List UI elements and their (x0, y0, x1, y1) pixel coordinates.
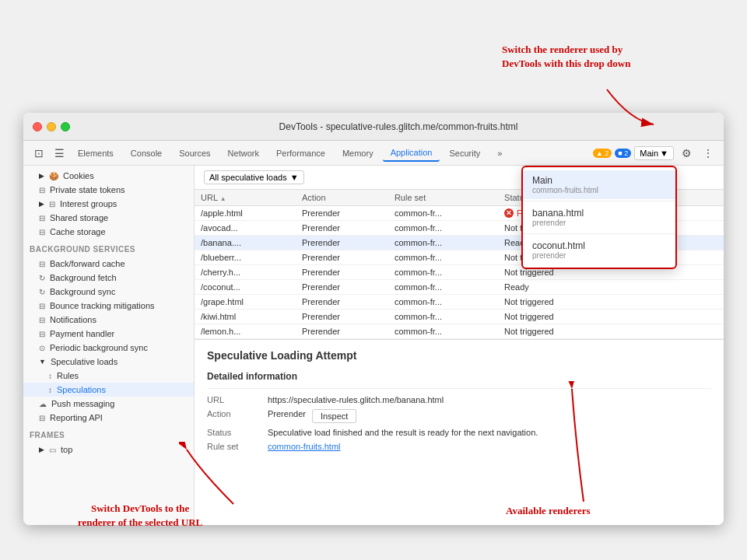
tab-network[interactable]: Network (220, 145, 267, 161)
cell-status: Ready (498, 280, 724, 295)
filter-dropdown[interactable]: All speculative loads ▼ (204, 170, 304, 184)
cell-url: /blueberr... (195, 250, 296, 265)
sidebar-item-payment-handler[interactable]: ⊟ Payment handler (23, 327, 194, 341)
cursor-icon[interactable]: ⊡ (30, 144, 48, 163)
more-options-icon[interactable]: ⋮ (699, 144, 717, 163)
mobile-icon[interactable]: ☰ (50, 144, 68, 163)
col-ruleset[interactable]: Rule set (388, 190, 498, 206)
cell-status: Not triggered (498, 324, 724, 339)
popup-divider1 (523, 201, 675, 201)
reporting-icon: ⊟ (39, 414, 45, 422)
background-fetch-icon: ↻ (39, 274, 45, 282)
sidebar-label-rules: Rules (57, 371, 79, 380)
private-state-icon: ⊟ (39, 186, 45, 194)
sidebar-item-reporting-api[interactable]: ⊟ Reporting API (23, 411, 194, 425)
sidebar-item-cache-storage[interactable]: ⊟ Cache storage (23, 225, 194, 239)
cell-url: /avocad... (195, 221, 296, 236)
tab-performance[interactable]: Performance (268, 145, 333, 161)
sidebar-label-push: Push messaging (51, 399, 114, 408)
cookies-icon: 🍪 (49, 172, 58, 180)
minimize-button[interactable] (47, 122, 56, 131)
col-url[interactable]: URL ▲ (195, 190, 296, 206)
cell-action: Prerender (296, 280, 388, 295)
arrow-top-right (599, 82, 661, 128)
tab-elements[interactable]: Elements (70, 145, 121, 161)
speculations-icon: ↕ (48, 386, 52, 394)
arrow-bottom-left (179, 442, 241, 508)
filter-label: All speculative loads (209, 173, 287, 182)
sidebar-label-shared-storage: Shared storage (50, 213, 108, 222)
tab-console[interactable]: Console (123, 145, 170, 161)
table-row[interactable]: /kiwi.htmlPrerendercommon-fr...Not trigg… (195, 310, 724, 324)
table-row[interactable]: /grape.htmlPrerendercommon-fr...Not trig… (195, 295, 724, 310)
sidebar-item-speculative-loads[interactable]: ▼ Speculative loads (23, 355, 194, 369)
col-action[interactable]: Action (296, 190, 388, 206)
cell-action: Prerender (296, 250, 388, 265)
sidebar-label-notifications: Notifications (50, 315, 96, 324)
sidebar-item-notifications[interactable]: ⊟ Notifications (23, 313, 194, 327)
renderer-option-banana[interactable]: banana.html prerender (523, 203, 675, 232)
sidebar-label-private-state: Private state tokens (50, 185, 125, 194)
detail-section-title: Detailed information (207, 371, 711, 382)
sidebar-item-shared-storage[interactable]: ⊟ Shared storage (23, 211, 194, 225)
cell-status: Not triggered (498, 310, 724, 324)
tab-sources[interactable]: Sources (171, 145, 218, 161)
detail-value-ruleset[interactable]: common-fruits.html (268, 442, 341, 451)
cell-action: Prerender (296, 310, 388, 324)
table-row[interactable]: /lemon.h...Prerendercommon-fr...Not trig… (195, 324, 724, 339)
shared-storage-icon: ⊟ (39, 214, 45, 222)
table-row[interactable]: /coconut...Prerendercommon-fr...Ready (195, 280, 724, 295)
sidebar-item-bounce-tracking[interactable]: ⊟ Bounce tracking mitigations (23, 299, 194, 313)
notifications-icon: ⊟ (39, 316, 45, 324)
renderer-option-main[interactable]: Main common-fruits.html (523, 170, 675, 199)
close-button[interactable] (33, 122, 42, 131)
sidebar-item-backforward[interactable]: ⊟ Back/forward cache (23, 257, 194, 271)
sidebar-item-background-sync[interactable]: ↻ Background sync (23, 285, 194, 299)
sidebar-label-interest-groups: Interest groups (60, 199, 117, 208)
cell-url: /lemon.h... (195, 324, 296, 339)
cell-status: Not triggered (498, 295, 724, 310)
sidebar-item-top[interactable]: ▶ ▭ top (23, 443, 194, 457)
info-badge[interactable]: ■ 2 (615, 149, 631, 158)
maximize-button[interactable] (61, 122, 70, 131)
annotation-bottom-right: Available renderers (506, 504, 591, 518)
cell-ruleset: common-fr... (388, 280, 498, 295)
detail-divider (207, 388, 711, 389)
cell-action: Prerender (296, 236, 388, 250)
arrow-bottom-right (560, 381, 607, 506)
cell-ruleset: common-fr... (388, 206, 498, 221)
sidebar-item-speculations[interactable]: ↕ Speculations (23, 383, 194, 397)
detail-value-url: https://speculative-rules.glitch.me/bana… (268, 395, 444, 404)
sidebar-item-background-fetch[interactable]: ↻ Background fetch (23, 271, 194, 285)
inspect-button[interactable]: Inspect (312, 409, 356, 423)
renderer-option-coconut[interactable]: coconut.html prerender (523, 236, 675, 264)
sidebar-item-cookies[interactable]: ▶ 🍪 Cookies (23, 169, 194, 183)
cell-ruleset: common-fr... (388, 310, 498, 324)
tab-memory[interactable]: Memory (335, 145, 381, 161)
sidebar-item-interest-groups[interactable]: ▶ ⊟ Interest groups (23, 197, 194, 211)
background-services-header: Background services (23, 242, 194, 257)
tab-application[interactable]: Application (383, 145, 440, 162)
cell-action: Prerender (296, 295, 388, 310)
expand-speculative-icon: ▼ (39, 358, 46, 366)
periodic-sync-icon: ⊙ (39, 344, 45, 352)
warning-badge[interactable]: ▲ 2 (593, 149, 612, 158)
settings-icon[interactable]: ⚙ (677, 144, 696, 163)
expand-icon: ▶ (39, 172, 44, 180)
annotation-top-right: Switch the renderer used byDevTools with… (502, 43, 630, 71)
renderer-banana-sub: prerender (532, 219, 666, 227)
tab-security[interactable]: Security (441, 145, 488, 161)
cell-url: /kiwi.html (195, 310, 296, 324)
detail-row-url: URL https://speculative-rules.glitch.me/… (207, 395, 711, 404)
sidebar-item-rules[interactable]: ↕ Rules (23, 369, 194, 383)
sidebar-item-periodic-sync[interactable]: ⊙ Periodic background sync (23, 341, 194, 355)
sidebar-item-push-messaging[interactable]: ☁ Push messaging (23, 397, 194, 411)
renderer-label: Main (640, 149, 658, 158)
sidebar-label-backforward: Back/forward cache (50, 259, 125, 268)
tab-more[interactable]: » (489, 145, 510, 161)
renderer-dropdown[interactable]: Main ▼ (634, 146, 674, 160)
browser-window: DevTools - speculative-rules.glitch.me/c… (23, 113, 724, 525)
expand-icon-interest: ▶ (39, 200, 44, 208)
detail-title: Speculative Loading Attempt (207, 349, 711, 362)
sidebar-item-private-state-tokens[interactable]: ⊟ Private state tokens (23, 183, 194, 197)
